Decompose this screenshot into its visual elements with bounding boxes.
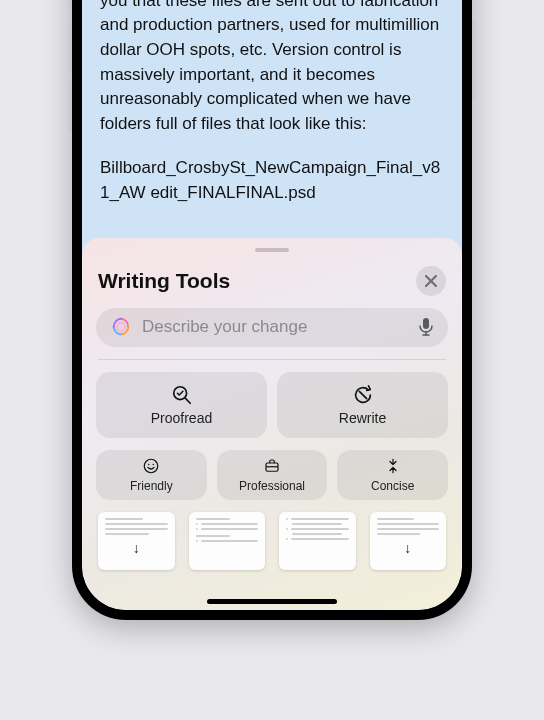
svg-point-9: [153, 464, 155, 466]
close-icon: [425, 275, 437, 287]
primary-actions-row: Proofread Rewrite: [96, 372, 448, 438]
sheet-grabber[interactable]: [255, 248, 289, 252]
rewrite-icon: [352, 384, 374, 406]
describe-change-field[interactable]: [96, 308, 448, 348]
concise-label: Concise: [371, 479, 414, 493]
friendly-button[interactable]: Friendly: [96, 450, 207, 500]
document-paragraph: kicked off this project. Surely I needn'…: [100, 0, 444, 136]
friendly-label: Friendly: [130, 479, 173, 493]
magnifier-check-icon: [171, 384, 193, 406]
professional-label: Professional: [239, 479, 305, 493]
document-text-area[interactable]: kicked off this project. Surely I needn'…: [82, 0, 462, 236]
svg-rect-1: [423, 318, 429, 329]
document-filename: Billboard_CrosbySt_NewCampaign_Final_v81…: [100, 156, 444, 205]
home-indicator[interactable]: [207, 599, 337, 604]
microphone-icon[interactable]: [418, 317, 434, 337]
arrow-down-icon: ↓: [404, 540, 411, 556]
format-option-table[interactable]: ↓: [370, 512, 447, 570]
sheet-title: Writing Tools: [98, 269, 230, 293]
screen: kicked off this project. Surely I needn'…: [82, 0, 462, 610]
side-button: [472, 20, 475, 100]
rewrite-button[interactable]: Rewrite: [277, 372, 448, 438]
close-button[interactable]: [416, 266, 446, 296]
rewrite-label: Rewrite: [339, 410, 386, 426]
svg-line-5: [185, 398, 190, 403]
divider: [98, 359, 446, 360]
professional-button[interactable]: Professional: [217, 450, 328, 500]
side-button: [69, 0, 72, 10]
proofread-button[interactable]: Proofread: [96, 372, 267, 438]
arrow-down-icon: ↓: [133, 540, 140, 556]
side-button: [69, 82, 72, 132]
describe-change-input[interactable]: [142, 317, 408, 337]
briefcase-icon: [263, 457, 281, 475]
format-option-summary[interactable]: ↓: [98, 512, 175, 570]
svg-line-6: [359, 391, 366, 398]
concise-icon: [384, 457, 402, 475]
svg-point-8: [148, 464, 150, 466]
sheet-header: Writing Tools: [96, 266, 448, 296]
proofread-label: Proofread: [151, 410, 212, 426]
tone-actions-row: Friendly Professional Concise: [96, 450, 448, 500]
apple-intelligence-icon: [110, 316, 132, 338]
svg-point-7: [145, 459, 159, 473]
phone-frame: kicked off this project. Surely I needn'…: [72, 0, 472, 620]
side-button: [69, 22, 72, 72]
format-options-row: ↓: [96, 512, 448, 570]
writing-tools-sheet: Writing Tools: [82, 238, 462, 610]
svg-point-0: [117, 323, 125, 331]
format-option-keypoints[interactable]: [189, 512, 266, 570]
concise-button[interactable]: Concise: [337, 450, 448, 500]
smile-icon: [142, 457, 160, 475]
format-option-list[interactable]: [279, 512, 356, 570]
